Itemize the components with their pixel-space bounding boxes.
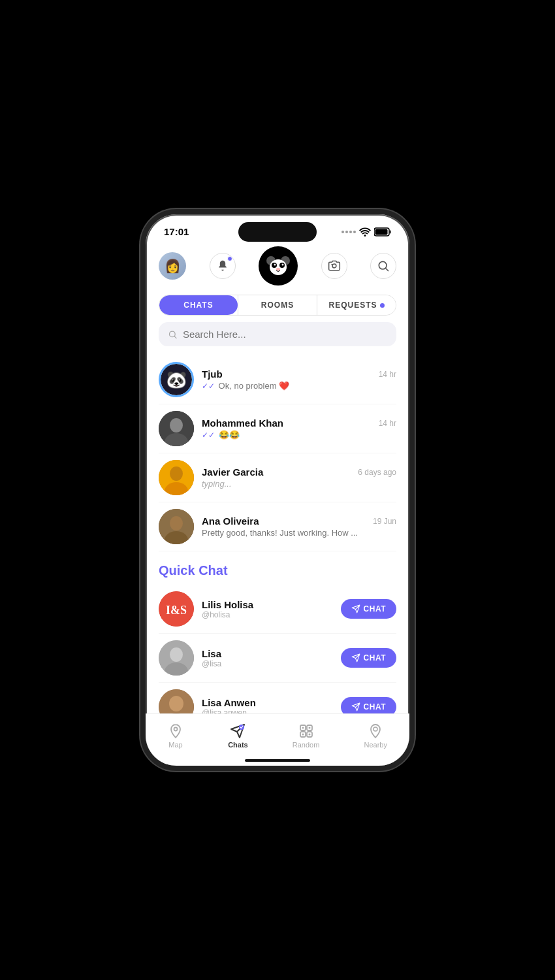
lh-avatar-svg: I&S — [159, 591, 194, 627]
app-header: 👩 — [146, 241, 409, 292]
chat-button-lisa[interactable]: CHAT — [341, 648, 396, 668]
quick-info-la: Lisa Anwen @lisa anwen — [202, 697, 333, 714]
chat-name-jg: Javier Garcia — [202, 466, 263, 478]
panda-logo-icon — [259, 246, 298, 286]
svg-rect-1 — [390, 230, 391, 233]
quick-chat-title: Quick Chat — [159, 563, 396, 578]
chat-info-mk: Mohammed Khan 14 hr ✓✓ 😂😂 — [202, 417, 396, 440]
svg-point-41 — [302, 734, 304, 736]
quick-item-lisa: Lisa @lisa CHAT — [159, 634, 396, 683]
check-icon-mk: ✓✓ — [202, 431, 215, 440]
quick-handle-la: @lisa anwen — [202, 708, 333, 714]
mk-avatar-svg — [159, 411, 194, 446]
chat-item-jg[interactable]: Javier Garcia 6 days ago typing... — [159, 453, 396, 502]
chat-item-mk[interactable]: Mohammed Khan 14 hr ✓✓ 😂😂 — [159, 404, 396, 453]
requests-dot — [380, 303, 385, 308]
chat-list: 🐼 Tjub 14 hr ✓✓ Ok, no problem ❤️ — [146, 355, 409, 551]
tab-rooms[interactable]: ROOMS — [238, 295, 317, 315]
chat-time-mk: 14 hr — [379, 419, 396, 428]
nearby-icon — [368, 723, 383, 739]
chat-name-ao: Ana Oliveira — [202, 515, 259, 527]
chat-name-mk: Mohammed Khan — [202, 417, 283, 429]
main-content: 17:01 👩 — [146, 214, 409, 713]
svg-point-39 — [302, 727, 304, 729]
chat-item-tjub[interactable]: 🐼 Tjub 14 hr ✓✓ Ok, no problem ❤️ — [159, 355, 396, 404]
chat-preview-tjub: ✓✓ Ok, no problem ❤️ — [202, 381, 396, 391]
nav-item-chats[interactable]: Chats — [228, 723, 248, 749]
nav-label-map: Map — [168, 741, 182, 749]
svg-point-11 — [276, 268, 280, 270]
svg-point-9 — [274, 264, 276, 266]
chats-nav-icon — [230, 723, 246, 739]
nav-item-map[interactable]: Map — [168, 723, 183, 749]
chat-info-tjub: Tjub 14 hr ✓✓ Ok, no problem ❤️ — [202, 368, 396, 391]
svg-rect-13 — [331, 264, 333, 265]
quick-handle-lh: @holisa — [202, 610, 333, 619]
camera-icon — [328, 259, 341, 272]
nav-item-random[interactable]: Random — [293, 723, 320, 749]
tab-chats[interactable]: CHATS — [159, 295, 238, 315]
quick-item-lh: I&S Lilis Holisa @holisa CHAT — [159, 585, 396, 634]
signal-dots — [341, 231, 356, 233]
quick-name-lh: Lilis Holisa — [202, 599, 333, 610]
chat-preview-jg: typing... — [202, 479, 396, 489]
send-icon-lisa — [351, 653, 360, 662]
search-input[interactable] — [183, 329, 387, 340]
panda-svg — [264, 252, 293, 280]
battery-icon — [374, 227, 391, 237]
search-button[interactable] — [370, 253, 396, 279]
search-icon — [377, 259, 390, 272]
svg-text:I&S: I&S — [166, 604, 187, 617]
svg-point-40 — [308, 727, 310, 729]
user-avatar[interactable]: 👩 — [159, 252, 186, 280]
svg-point-12 — [332, 264, 336, 268]
chat-button-lh[interactable]: CHAT — [341, 599, 396, 619]
quick-name-la: Lisa Anwen — [202, 697, 333, 708]
lisa-avatar-svg — [159, 640, 194, 676]
nav-label-nearby: Nearby — [364, 741, 387, 749]
main-tabs: CHATS ROOMS REQUESTS — [159, 295, 396, 316]
avatar-la — [159, 689, 194, 713]
avatar-tjub: 🐼 — [159, 362, 194, 397]
chat-preview-ao: Pretty good, thanks! Just working. How .… — [202, 528, 396, 538]
quick-item-la: Lisa Anwen @lisa anwen CHAT — [159, 683, 396, 713]
status-icons — [341, 227, 391, 237]
avatar-mk — [159, 411, 194, 446]
nav-item-nearby[interactable]: Nearby — [364, 723, 387, 749]
check-icon-tjub: ✓✓ — [202, 382, 215, 391]
phone-frame: 17:01 👩 — [140, 209, 415, 771]
svg-rect-2 — [375, 229, 388, 235]
chat-time-ao: 19 Jun — [373, 517, 396, 526]
chat-time-jg: 6 days ago — [358, 468, 396, 477]
map-icon — [168, 723, 183, 739]
home-indicator — [245, 759, 310, 762]
chat-info-ao: Ana Oliveira 19 Jun Pretty good, thanks!… — [202, 515, 396, 538]
jg-avatar-svg — [159, 460, 194, 495]
chat-button-la[interactable]: CHAT — [341, 697, 396, 713]
bell-icon — [216, 259, 229, 272]
chat-time-tjub: 14 hr — [379, 370, 396, 379]
wifi-icon — [359, 227, 371, 237]
tab-requests[interactable]: REQUESTS — [317, 295, 396, 315]
chat-item-ao[interactable]: Ana Oliveira 19 Jun Pretty good, thanks!… — [159, 502, 396, 551]
bell-button[interactable] — [210, 253, 236, 279]
avatar-jg — [159, 460, 194, 495]
chat-name-tjub: Tjub — [202, 368, 223, 380]
svg-point-6 — [270, 259, 287, 275]
quick-name-lisa: Lisa — [202, 648, 333, 659]
camera-button[interactable] — [321, 253, 347, 279]
bottom-nav: Map Chats Random — [146, 713, 409, 766]
send-icon-la — [351, 702, 360, 711]
ao-avatar-svg — [159, 509, 194, 544]
svg-point-31 — [169, 696, 183, 711]
search-bar-icon — [168, 329, 178, 340]
app-logo — [259, 246, 298, 286]
svg-point-33 — [174, 728, 178, 731]
notch — [238, 222, 317, 242]
quick-info-lisa: Lisa @lisa — [202, 648, 333, 668]
svg-point-10 — [282, 264, 284, 266]
search-bar — [159, 322, 396, 346]
bell-notification-dot — [227, 256, 232, 261]
status-time: 17:01 — [164, 226, 189, 237]
quick-info-lh: Lilis Holisa @holisa — [202, 599, 333, 619]
